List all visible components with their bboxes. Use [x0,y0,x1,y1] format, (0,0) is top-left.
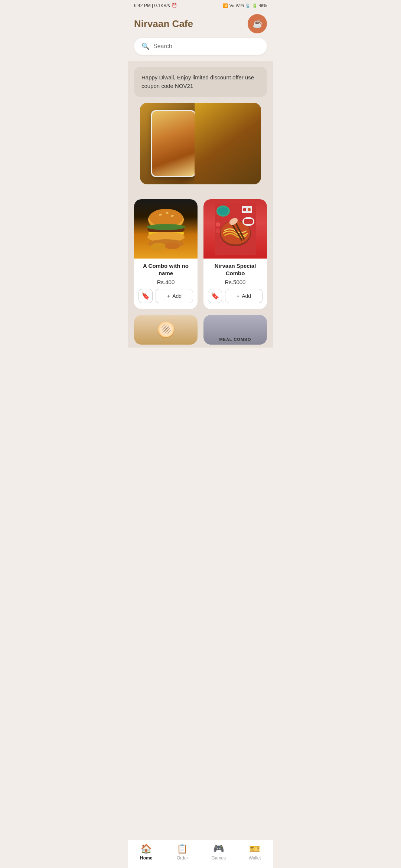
svg-rect-23 [248,208,251,211]
games-icon: 🎮 [213,844,224,854]
nav-item-wallet[interactable]: 🎫 Wallet [242,844,268,861]
phone-mockup [151,110,196,177]
wifi-icon: 📡 [245,3,251,8]
svg-point-1 [149,209,183,227]
app-title: Nirvaan Cafe [134,18,193,30]
vo-label: Vo [229,3,234,8]
partial-image-meal: MEAL COMBO [203,315,267,345]
add-button-2[interactable]: + Add [225,289,263,303]
wifi-label: WiFi [236,3,244,8]
avatar-icon: ☕ [252,19,263,29]
order-icon: 📋 [177,844,188,854]
partial-section: 🫓 MEAL COMBO [128,315,273,348]
product-info-2: Nirvaan Special Combo Rs.5000 [203,259,267,285]
bookmark-button-2[interactable]: 🔖 [208,289,222,303]
product-image-sushi [203,199,267,259]
order-label: Order [177,855,188,861]
status-left: 6:42 PM | 0.1KB/s ⏰ [134,3,177,8]
games-label: Games [211,855,226,861]
partial-grid: 🫓 MEAL COMBO [134,315,267,345]
food-background [195,103,261,184]
alarm-icon: ⏰ [172,3,177,8]
phone-screen [152,111,195,176]
products-section: A Combo with no name Rs.400 🔖 + Add [128,196,273,315]
product-card-1: A Combo with no name Rs.400 🔖 + Add [134,199,198,309]
search-bar[interactable]: 🔍 [134,38,267,55]
promo-section: Happy Diwali, Enjoy limited discount off… [128,61,273,196]
svg-point-11 [165,243,180,249]
plus-icon-1: + [167,293,170,299]
add-label-1: Add [172,293,182,299]
status-bar: 6:42 PM | 0.1KB/s ⏰ 📶 Vo WiFi 📡 🔋 46% [128,0,273,11]
header: Nirvaan Cafe ☕ [128,11,273,38]
add-button-1[interactable]: + Add [156,289,193,303]
svg-point-10 [150,243,167,250]
product-image-burger [134,199,198,259]
bottom-navigation: 🏠 Home 📋 Order 🎮 Games 🎫 Wallet [128,839,273,868]
svg-rect-25 [244,219,253,224]
signal-icon: 📶 [223,3,228,8]
partial-card-meal: MEAL COMBO [203,315,267,345]
nav-item-home[interactable]: 🏠 Home [133,844,159,861]
promo-box: Happy Diwali, Enjoy limited discount off… [134,67,267,97]
svg-point-26 [216,222,220,227]
meal-combo-label: MEAL COMBO [219,337,251,342]
battery-icon: 🔋 [252,3,257,8]
product-info-1: A Combo with no name Rs.400 [134,259,198,285]
search-container: 🔍 [128,38,273,61]
banner-image [140,103,261,184]
product-price-2: Rs.5000 [208,279,263,285]
svg-point-6 [147,224,185,230]
search-icon: 🔍 [141,42,150,50]
add-label-2: Add [242,293,251,299]
status-time: 6:42 PM | 0.1KB/s [134,3,170,8]
product-actions-1: 🔖 + Add [134,289,198,303]
partial-image-naan: 🫓 [134,315,198,345]
partial-card-naan: 🫓 [134,315,198,345]
product-price-1: Rs.400 [138,279,193,285]
nav-item-order[interactable]: 📋 Order [169,844,195,861]
wallet-label: Wallet [249,855,261,861]
banner-placeholder [140,103,261,184]
search-input[interactable] [153,43,260,50]
battery-level: 46% [259,3,267,8]
product-card-2: Nirvaan Special Combo Rs.5000 🔖 + Add [203,199,267,309]
product-actions-2: 🔖 + Add [203,289,267,303]
bookmark-button-1[interactable]: 🔖 [138,289,153,303]
svg-point-27 [216,228,220,233]
product-name-1: A Combo with no name [138,262,193,277]
home-label: Home [140,855,152,861]
svg-rect-22 [243,208,246,211]
home-icon: 🏠 [141,844,152,854]
promo-text: Happy Diwali, Enjoy limited discount off… [141,74,254,89]
avatar[interactable]: ☕ [248,14,267,33]
product-name-2: Nirvaan Special Combo [208,262,263,277]
plus-icon-2: + [237,293,239,299]
status-right: 📶 Vo WiFi 📡 🔋 46% [223,3,267,8]
svg-point-14 [218,207,228,215]
nav-item-games[interactable]: 🎮 Games [206,844,232,861]
wallet-icon: 🎫 [249,844,260,854]
products-grid: A Combo with no name Rs.400 🔖 + Add [134,199,267,309]
